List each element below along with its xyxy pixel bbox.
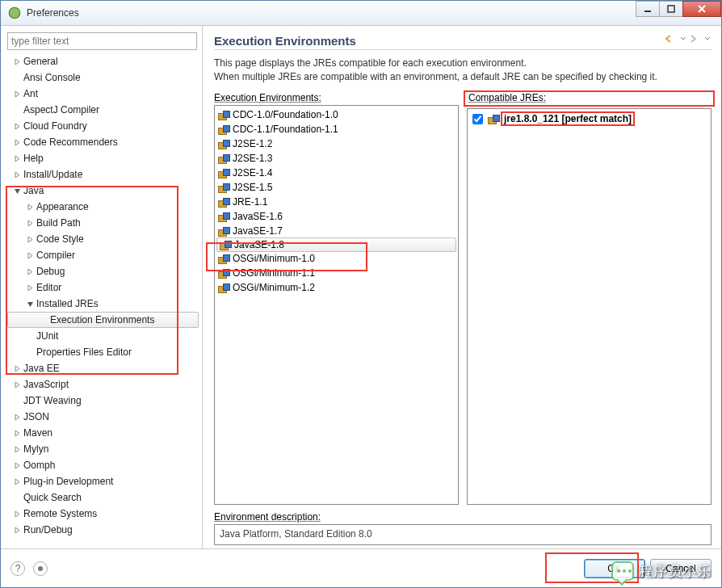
tree-item[interactable]: Remote Systems	[7, 506, 199, 522]
environments-list[interactable]: CDC-1.0/Foundation-1.0CDC-1.1/Foundation…	[214, 105, 459, 505]
jre-icon	[218, 153, 229, 163]
tree-item[interactable]: Properties Files Editor	[7, 344, 199, 360]
tree-item-label: General	[23, 56, 58, 67]
tree-item[interactable]: Execution Environments	[7, 312, 199, 328]
tree-item[interactable]: Build Path	[7, 215, 199, 231]
environment-item[interactable]: CDC-1.0/Foundation-1.0	[215, 107, 458, 122]
tree-item[interactable]: Java EE	[7, 360, 199, 376]
compatible-jres-column: Compatible JREs: jre1.8.0_121 [perfect m…	[467, 92, 712, 505]
tree-item[interactable]: Mylyn	[7, 441, 199, 457]
tree-item[interactable]: Code Style	[7, 231, 199, 247]
environment-item[interactable]: JRE-1.1	[215, 195, 458, 209]
tree-item[interactable]: Maven	[7, 425, 199, 441]
tree-item[interactable]: Install/Update	[7, 166, 199, 183]
jre-icon	[218, 110, 229, 120]
environment-label: JavaSE-1.7	[233, 225, 283, 237]
tree-item-label: Debug	[36, 266, 65, 277]
environment-label: OSGi/Minimum-1.1	[233, 267, 315, 279]
tree-item-label: AspectJ Compiler	[23, 104, 99, 116]
filter-input[interactable]	[7, 32, 197, 50]
tree-item-label: Cloud Foundry	[23, 120, 87, 132]
environment-item[interactable]: J2SE-1.5	[215, 180, 458, 195]
environment-item[interactable]: J2SE-1.4	[215, 166, 458, 180]
maximize-button[interactable]	[659, 1, 683, 17]
tree-item[interactable]: Plug-in Development	[7, 473, 199, 489]
tree-item[interactable]: JSON	[7, 409, 199, 425]
environment-item[interactable]: J2SE-1.3	[215, 151, 458, 166]
environment-label: J2SE-1.2	[233, 138, 272, 149]
minimize-button[interactable]	[636, 1, 660, 17]
annotation-highlight: Compatible JREs:	[464, 90, 715, 107]
tree-item-label: Java EE	[23, 363, 60, 374]
tree-item-label: Run/Debug	[23, 524, 73, 536]
jre-checkbox[interactable]	[472, 114, 483, 124]
tree-item-label: JavaScript	[23, 379, 69, 390]
env-description-label: Environment description:	[214, 511, 712, 523]
tree-item[interactable]: General	[7, 53, 199, 69]
environment-label: CDC-1.1/Foundation-1.1	[233, 124, 338, 135]
svg-point-0	[9, 7, 20, 19]
tree-item[interactable]: JUnit	[7, 328, 199, 344]
ok-button[interactable]: OK	[584, 559, 645, 578]
cancel-button[interactable]: Cancel	[650, 559, 712, 578]
environment-item[interactable]: JavaSE-1.6	[215, 209, 458, 224]
tree-item[interactable]: Editor	[7, 279, 199, 296]
environment-label: J2SE-1.5	[233, 182, 272, 193]
compatible-jres-list[interactable]: jre1.8.0_121 [perfect match]	[467, 108, 712, 505]
tree-item-label: Code Style	[36, 233, 84, 245]
jre-icon	[218, 212, 229, 221]
left-panel: GeneralAnsi ConsoleAntAspectJ CompilerCl…	[1, 26, 203, 548]
environment-item[interactable]: J2SE-1.2	[215, 136, 458, 151]
environment-item[interactable]: OSGi/Minimum-1.0	[215, 251, 458, 266]
preferences-window: Preferences GeneralAnsi ConsoleAntAspect…	[0, 0, 722, 588]
tree-item[interactable]: Ansi Console	[7, 69, 199, 86]
jre-icon	[218, 124, 229, 134]
tree-item[interactable]: Code Recommenders	[7, 134, 199, 150]
jre-icon	[218, 139, 229, 149]
window-title: Preferences	[27, 7, 79, 19]
tree-item-label: Mylyn	[23, 443, 48, 455]
environment-label: JavaSE-1.6	[233, 211, 283, 222]
footer: ? OK Cancel 程序员小乐	[1, 548, 721, 587]
tree-item[interactable]: Compiler	[7, 247, 199, 263]
environment-label: OSGi/Minimum-1.2	[233, 282, 315, 293]
environments-column: Execution Environments: CDC-1.0/Foundati…	[214, 92, 459, 505]
tree-item-label: Java	[23, 185, 44, 196]
tree-item-label: Quick Search	[23, 492, 82, 503]
environment-item[interactable]: OSGi/Minimum-1.1	[215, 266, 458, 280]
tree-item-label: Plug-in Development	[23, 476, 113, 487]
tree-item[interactable]: Debug	[7, 263, 199, 279]
tree-item[interactable]: Ant	[7, 86, 199, 102]
tree-item-label: Properties Files Editor	[36, 346, 132, 358]
close-button[interactable]	[682, 1, 721, 17]
tree-item[interactable]: JavaScript	[7, 376, 199, 393]
tree-item[interactable]: Quick Search	[7, 489, 199, 506]
help-icon[interactable]: ?	[10, 561, 25, 576]
tree-item[interactable]: Appearance	[7, 199, 199, 215]
tree-item-label: Ansi Console	[23, 72, 81, 83]
tree-item[interactable]: Help	[7, 150, 199, 166]
preferences-tree[interactable]: GeneralAnsi ConsoleAntAspectJ CompilerCl…	[7, 53, 199, 545]
tree-item[interactable]: Installed JREs	[7, 296, 199, 312]
tree-item[interactable]: AspectJ Compiler	[7, 102, 199, 118]
tree-item[interactable]: Oomph	[7, 457, 199, 473]
nav-arrows[interactable]	[665, 34, 710, 44]
environment-label: J2SE-1.3	[233, 153, 272, 164]
tree-item[interactable]: Run/Debug	[7, 522, 199, 538]
jre-icon	[218, 254, 229, 263]
tree-item-label: Installed JREs	[36, 298, 99, 309]
titlebar[interactable]: Preferences	[1, 1, 721, 25]
env-description-value: Java Platform, Standard Edition 8.0	[214, 524, 712, 545]
environment-item[interactable]: JavaSE-1.7	[215, 224, 458, 238]
environment-item[interactable]: CDC-1.1/Foundation-1.1	[215, 122, 458, 136]
tree-item[interactable]: JDT Weaving	[7, 393, 199, 409]
environment-label: OSGi/Minimum-1.0	[233, 253, 315, 264]
environment-label: CDC-1.0/Foundation-1.0	[233, 109, 338, 120]
jre-item[interactable]: jre1.8.0_121 [perfect match]	[468, 111, 711, 127]
record-icon[interactable]	[33, 561, 48, 576]
tree-item[interactable]: Cloud Foundry	[7, 118, 199, 134]
environment-item[interactable]: OSGi/Minimum-1.2	[215, 280, 458, 295]
svg-rect-2	[668, 6, 674, 12]
tree-item[interactable]: Java	[7, 183, 199, 199]
environment-item[interactable]: JavaSE-1.8	[216, 237, 456, 252]
